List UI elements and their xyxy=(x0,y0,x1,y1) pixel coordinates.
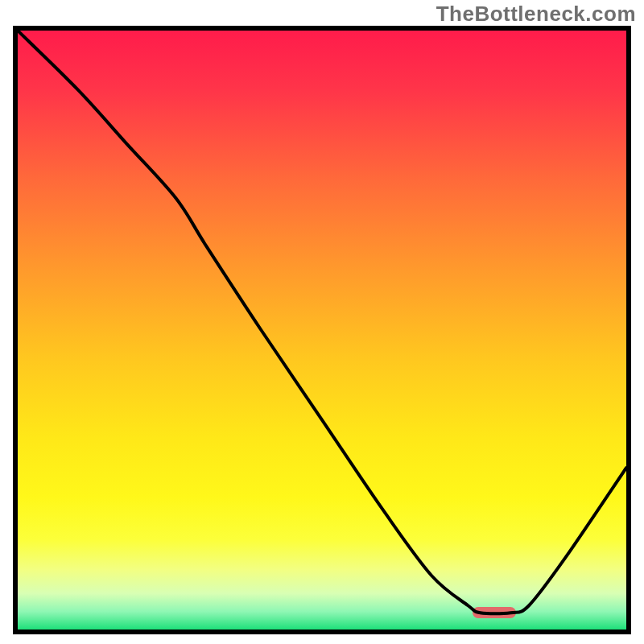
plot-frame xyxy=(13,26,631,634)
watermark-text: TheBottleneck.com xyxy=(436,2,636,27)
bottleneck-curve xyxy=(18,31,626,630)
